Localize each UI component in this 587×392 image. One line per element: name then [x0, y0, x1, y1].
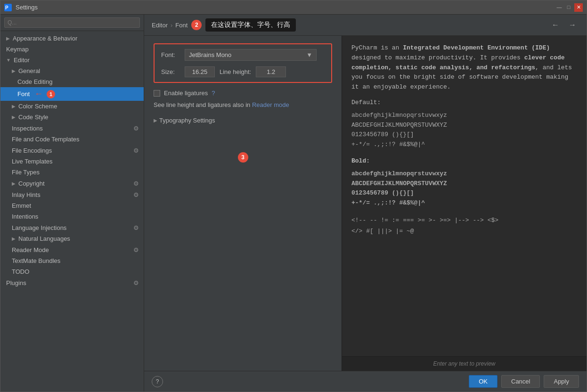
- sync-icon: ⚙: [132, 124, 140, 132]
- sidebar-item-language-injections[interactable]: Language Injections⚙: [0, 222, 144, 233]
- apply-button[interactable]: Apply: [544, 375, 579, 388]
- main-content: ▶Appearance & BehaviorKeymap▼Editor▶Gene…: [0, 15, 587, 392]
- preview-default-label: Default:: [351, 98, 577, 108]
- annotation-2: 2: [191, 20, 202, 30]
- sidebar-search-container: [0, 15, 144, 31]
- annotation-1-badge: 1: [47, 90, 55, 98]
- preview-enter-hint: Enter any text to preview: [342, 356, 587, 371]
- expand-arrow-icon: ▶: [12, 181, 16, 186]
- back-button[interactable]: ←: [549, 20, 562, 30]
- default-nums: 0123456789 (){}[]: [351, 131, 414, 138]
- sync-icon: ⚙: [132, 224, 140, 231]
- reader-mode-note: See line height and ligatures also in Re…: [154, 101, 332, 108]
- expand-arrow-icon: ▶: [12, 236, 16, 241]
- minimize-button[interactable]: —: [555, 3, 563, 11]
- sidebar-item-live-templates[interactable]: Live Templates: [0, 156, 144, 167]
- search-input[interactable]: [4, 17, 140, 28]
- ligatures-checkbox[interactable]: [154, 90, 160, 97]
- sidebar: ▶Appearance & BehaviorKeymap▼Editor▶Gene…: [0, 15, 144, 392]
- sidebar-item-keymap[interactable]: Keymap: [0, 44, 144, 55]
- window-controls: — □ ✕: [555, 3, 583, 12]
- sidebar-item-editor[interactable]: ▼Editor: [0, 55, 144, 65]
- sidebar-item-file-types[interactable]: File Types: [0, 167, 144, 178]
- sidebar-item-label: File and Code Templates: [12, 136, 80, 143]
- sync-icon: ⚙: [132, 180, 140, 187]
- sidebar-item-textmate-bundles[interactable]: TextMate Bundles: [0, 255, 144, 266]
- sidebar-item-label: Emmet: [12, 202, 31, 209]
- help-button[interactable]: ?: [152, 376, 163, 387]
- tooltip-banner: 在这设置字体、字号、行高: [205, 18, 296, 32]
- sidebar-item-label: File Encodings: [12, 147, 52, 154]
- font-settings-box: Font: JetBrains Mono ▼ Size: Line height…: [154, 43, 332, 83]
- forward-button[interactable]: →: [566, 20, 579, 30]
- help-icon[interactable]: ?: [212, 90, 215, 97]
- sidebar-item-label: Inlay Hints: [12, 191, 41, 198]
- annotation-3-container: 3: [154, 152, 332, 163]
- bold-upper: ABCDEFGHIJKLMNOPQRSTUVWXYZ: [351, 180, 447, 187]
- sidebar-item-plugins[interactable]: Plugins⚙: [0, 277, 144, 288]
- typography-label: Typography Settings: [159, 117, 215, 124]
- preview-text-area: PyCharm is an Integrated Development Env…: [342, 36, 587, 356]
- default-lower: abcdefghijklmnopqrstuvwxyz: [351, 112, 447, 119]
- sidebar-item-inlay-hints[interactable]: Inlay Hints⚙: [0, 189, 144, 200]
- sync-icon: ⚙: [132, 191, 140, 198]
- sidebar-item-natural-languages[interactable]: ▶Natural Languages: [0, 233, 144, 244]
- sidebar-item-label: Reader Mode: [12, 246, 49, 253]
- sidebar-item-copyright[interactable]: ▶Copyright⚙: [0, 178, 144, 189]
- ok-button[interactable]: OK: [469, 375, 497, 388]
- app-icon: P: [4, 4, 12, 11]
- font-dropdown[interactable]: JetBrains Mono ▼: [185, 49, 317, 61]
- bottom-bar: ? OK Cancel Apply: [144, 371, 587, 392]
- reader-mode-text: See line height and ligatures also in: [154, 101, 250, 108]
- line-height-input[interactable]: [256, 66, 286, 77]
- content-header: Editor › Font 2 在这设置字体、字号、行高 ← →: [144, 15, 587, 36]
- sidebar-item-inspections[interactable]: Inspections⚙: [0, 122, 144, 134]
- bold-special: +-*/= .,;:!? #&$%@|^: [351, 199, 425, 206]
- annotation-1-arrow: ←: [34, 89, 43, 99]
- sidebar-item-font[interactable]: Font←1: [0, 87, 144, 101]
- svg-text:P: P: [5, 5, 8, 10]
- preview-default-content: abcdefghijklmnopqrstuvwxyz ABCDEFGHIJKLM…: [351, 111, 577, 150]
- maximize-button[interactable]: □: [565, 3, 572, 11]
- sidebar-item-label: Copyright: [18, 180, 45, 187]
- cancel-button[interactable]: Cancel: [501, 375, 540, 388]
- typography-settings[interactable]: ▶ Typography Settings: [154, 117, 332, 124]
- sidebar-item-file-code-templates[interactable]: File and Code Templates: [0, 134, 144, 145]
- annotation-3: 3: [238, 152, 248, 163]
- default-label: Default:: [351, 99, 381, 106]
- sidebar-item-label: Inspections: [12, 125, 43, 132]
- sidebar-item-label: Font: [17, 90, 30, 98]
- sidebar-item-color-scheme[interactable]: ▶Color Scheme: [0, 101, 144, 112]
- sidebar-item-label: Intentions: [12, 213, 38, 220]
- sidebar-item-label: TextMate Bundles: [12, 257, 60, 264]
- size-label: Size:: [161, 68, 180, 75]
- sidebar-item-todo[interactable]: TODO: [0, 266, 144, 277]
- sidebar-item-intentions[interactable]: Intentions: [0, 211, 144, 222]
- sidebar-item-file-encodings[interactable]: File Encodings⚙: [0, 145, 144, 156]
- sidebar-item-appearance[interactable]: ▶Appearance & Behavior: [0, 33, 144, 44]
- reader-mode-link[interactable]: Reader mode: [252, 101, 289, 108]
- default-special: +-*/= .,;:!? #&$%@|^: [351, 141, 425, 148]
- font-value: JetBrains Mono: [189, 51, 231, 58]
- ligatures-line2: </> #[ |||> |= ~@: [351, 228, 414, 235]
- sidebar-item-label: TODO: [12, 268, 29, 275]
- sidebar-item-label: Editor: [14, 57, 30, 64]
- size-input[interactable]: [185, 66, 215, 77]
- font-label: Font:: [161, 51, 180, 58]
- typography-expand-icon: ▶: [154, 118, 157, 123]
- sync-icon: ⚙: [132, 246, 140, 253]
- sidebar-item-code-editing[interactable]: Code Editing: [0, 76, 144, 87]
- sidebar-item-label: Code Editing: [17, 78, 52, 85]
- sidebar-item-label: Language Injections: [12, 224, 66, 231]
- close-button[interactable]: ✕: [574, 3, 583, 12]
- sidebar-item-emmet[interactable]: Emmet: [0, 200, 144, 211]
- sidebar-item-code-style[interactable]: ▶Code Style: [0, 112, 144, 122]
- sidebar-items-list: ▶Appearance & BehaviorKeymap▼Editor▶Gene…: [0, 31, 144, 290]
- sidebar-item-label: Code Style: [18, 114, 49, 121]
- header-navigation: ← →: [549, 20, 579, 30]
- sidebar-item-general[interactable]: ▶General: [0, 65, 144, 76]
- annotation-2-container: 2 在这设置字体、字号、行高: [191, 18, 296, 32]
- sidebar-item-reader-mode[interactable]: Reader Mode⚙: [0, 244, 144, 255]
- bold-lower: abcdefghijklmnopqrstuvwxyz: [351, 170, 447, 177]
- breadcrumb-separator: ›: [171, 22, 172, 29]
